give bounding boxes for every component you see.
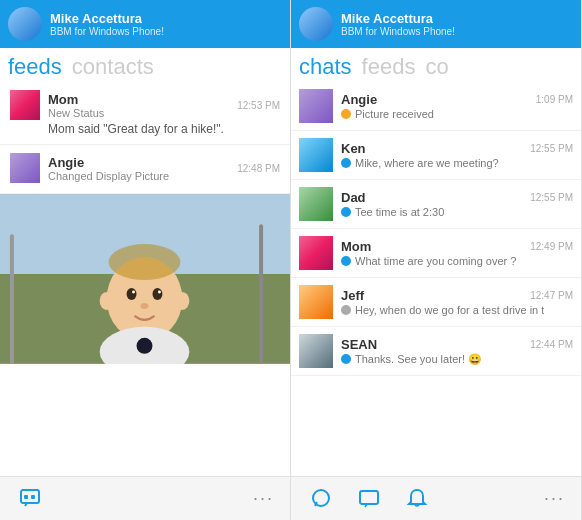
chat-name-sean: SEAN xyxy=(341,337,377,352)
feed-mom-msg: Mom said "Great day for a hike!". xyxy=(48,122,280,136)
right-header-text: Mike Accettura BBM for Windows Phone! xyxy=(341,11,455,37)
svg-point-9 xyxy=(158,290,161,293)
right-tab-bar: chats feeds co xyxy=(291,48,581,82)
chat-name-ken: Ken xyxy=(341,141,366,156)
chat-preview-mom: What time are you coming over ? xyxy=(355,255,516,267)
left-bottom-bar: ··· xyxy=(0,476,290,520)
feed-item-mom[interactable]: Mom New Status 12:53 PM Mom said "Great … xyxy=(0,82,290,145)
left-tab-feeds[interactable]: feeds xyxy=(8,54,62,82)
left-icon-chat[interactable] xyxy=(16,485,44,513)
svg-rect-17 xyxy=(31,495,35,499)
chat-preview-dad: Tee time is at 2:30 xyxy=(355,206,444,218)
left-tab-bar: feeds contacts xyxy=(0,48,290,82)
left-header-avatar xyxy=(8,7,42,41)
feed-item-angie[interactable]: Angie Changed Display Picture 12:48 PM xyxy=(0,145,290,194)
left-feed-list: Mom New Status 12:53 PM Mom said "Great … xyxy=(0,82,290,476)
right-tab-chats[interactable]: chats xyxy=(299,54,352,82)
feed-mom-sub: New Status xyxy=(48,107,104,119)
chat-avatar-dad xyxy=(299,187,333,221)
svg-rect-3 xyxy=(259,224,263,364)
chat-preview-ken: Mike, where are we meeting? xyxy=(355,157,499,169)
chat-item-mom[interactable]: Mom 12:49 PM What time are you coming ov… xyxy=(291,229,581,278)
baby-photo xyxy=(0,194,290,364)
left-header-text: Mike Accettura BBM for Windows Phone! xyxy=(50,11,164,37)
chat-content-angie: Angie 1:09 PM Picture received xyxy=(341,92,573,120)
feed-mom-info: Mom New Status xyxy=(48,92,104,119)
chat-avatar-sean xyxy=(299,334,333,368)
feed-item-angie-left: Angie Changed Display Picture xyxy=(10,153,169,183)
feed-item-mom-left: Mom New Status xyxy=(10,90,104,120)
chat-avatar-ken xyxy=(299,138,333,172)
left-panel: Mike Accettura BBM for Windows Phone! fe… xyxy=(0,0,291,520)
chat-dot-jeff xyxy=(341,305,351,315)
chat-item-ken[interactable]: Ken 12:55 PM Mike, where are we meeting? xyxy=(291,131,581,180)
chat-name-mom: Mom xyxy=(341,239,371,254)
right-header-name: Mike Accettura xyxy=(341,11,455,26)
left-bottom-icons xyxy=(16,485,44,513)
chat-content-sean: SEAN 12:44 PM Thanks. See you later! 😀 xyxy=(341,337,573,366)
chat-dot-mom xyxy=(341,256,351,266)
svg-rect-16 xyxy=(24,495,28,499)
chat-time-ken: 12:55 PM xyxy=(530,143,573,154)
feed-avatar-angie xyxy=(10,153,40,183)
right-avatar-img xyxy=(299,7,333,41)
left-avatar-img xyxy=(8,7,42,41)
svg-point-14 xyxy=(137,338,153,354)
chat-item-jeff[interactable]: Jeff 12:47 PM Hey, when do we go for a t… xyxy=(291,278,581,327)
chat-preview-sean: Thanks. See you later! 😀 xyxy=(355,353,482,366)
left-header: Mike Accettura BBM for Windows Phone! xyxy=(0,0,290,48)
svg-rect-19 xyxy=(360,491,378,504)
chat-avatar-mom xyxy=(299,236,333,270)
feed-angie-name: Angie xyxy=(48,155,169,170)
right-bottom-bar: ··· xyxy=(291,476,581,520)
chat-preview-jeff: Hey, when do we go for a test drive in t xyxy=(355,304,544,316)
chat-dot-angie xyxy=(341,109,351,119)
chat-time-jeff: 12:47 PM xyxy=(530,290,573,301)
right-bottom-dots[interactable]: ··· xyxy=(544,488,565,509)
right-panel: Mike Accettura BBM for Windows Phone! ch… xyxy=(291,0,582,520)
svg-point-12 xyxy=(175,292,189,310)
chat-avatar-jeff xyxy=(299,285,333,319)
chat-content-mom: Mom 12:49 PM What time are you coming ov… xyxy=(341,239,573,267)
right-header-sub: BBM for Windows Phone! xyxy=(341,26,455,37)
chat-content-dad: Dad 12:55 PM Tee time is at 2:30 xyxy=(341,190,573,218)
chat-content-ken: Ken 12:55 PM Mike, where are we meeting? xyxy=(341,141,573,169)
svg-point-11 xyxy=(100,292,114,310)
feed-avatar-mom xyxy=(10,90,40,120)
right-tab-co[interactable]: co xyxy=(425,54,448,82)
chat-item-angie[interactable]: Angie 1:09 PM Picture received xyxy=(291,82,581,131)
chat-dot-sean xyxy=(341,354,351,364)
chat-time-sean: 12:44 PM xyxy=(530,339,573,350)
chat-time-mom: 12:49 PM xyxy=(530,241,573,252)
chat-dot-ken xyxy=(341,158,351,168)
chat-item-sean[interactable]: SEAN 12:44 PM Thanks. See you later! 😀 xyxy=(291,327,581,376)
right-tab-feeds[interactable]: feeds xyxy=(362,54,416,82)
right-header-avatar xyxy=(299,7,333,41)
right-header: Mike Accettura BBM for Windows Phone! xyxy=(291,0,581,48)
feed-mom-name: Mom xyxy=(48,92,104,107)
svg-rect-15 xyxy=(21,490,39,503)
chat-avatar-angie xyxy=(299,89,333,123)
right-icon-notify[interactable] xyxy=(403,485,431,513)
feed-angie-info: Angie Changed Display Picture xyxy=(48,155,169,182)
left-header-name: Mike Accettura xyxy=(50,11,164,26)
left-tab-contacts[interactable]: contacts xyxy=(72,54,154,82)
svg-point-7 xyxy=(152,288,162,300)
chat-time-dad: 12:55 PM xyxy=(530,192,573,203)
chat-time-angie: 1:09 PM xyxy=(536,94,573,105)
feed-mom-time: 12:53 PM xyxy=(237,100,280,111)
chat-preview-angie: Picture received xyxy=(355,108,434,120)
svg-point-8 xyxy=(132,290,135,293)
right-chat-list: Angie 1:09 PM Picture received Ken 12:55… xyxy=(291,82,581,476)
left-bottom-dots[interactable]: ··· xyxy=(253,488,274,509)
feed-angie-time: 12:48 PM xyxy=(237,163,280,174)
chat-name-angie: Angie xyxy=(341,92,377,107)
right-icon-chat1[interactable] xyxy=(307,485,335,513)
chat-name-dad: Dad xyxy=(341,190,366,205)
chat-item-dad[interactable]: Dad 12:55 PM Tee time is at 2:30 xyxy=(291,180,581,229)
svg-point-6 xyxy=(127,288,137,300)
chat-dot-dad xyxy=(341,207,351,217)
svg-point-5 xyxy=(109,244,181,280)
chat-content-jeff: Jeff 12:47 PM Hey, when do we go for a t… xyxy=(341,288,573,316)
right-icon-chat2[interactable] xyxy=(355,485,383,513)
